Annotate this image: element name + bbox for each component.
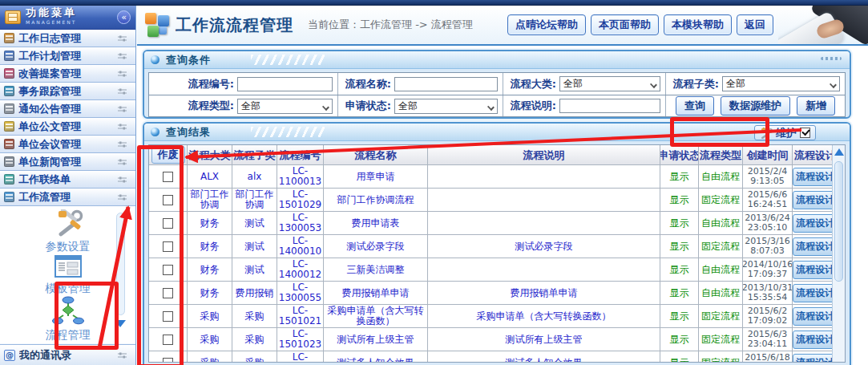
bullet-icon (151, 128, 159, 136)
process-name-link[interactable]: 采购申请单（含大写转换函数） (324, 305, 428, 327)
process-flow-icon (50, 296, 86, 325)
sidebar-menu-item[interactable]: 工作流管理 (0, 189, 135, 206)
process-design-button[interactable]: 流程设计 (793, 331, 838, 349)
datasource-maintain-button[interactable]: 数据源维护 (721, 96, 790, 116)
row-checkbox[interactable] (163, 241, 173, 252)
query-select[interactable]: 全部 (559, 76, 660, 91)
type-cell: 固定流程 (699, 305, 743, 327)
sidebar-menu-item[interactable]: 通知公告管理 (0, 100, 135, 118)
design-cell: 流程设计 (793, 212, 838, 234)
created-time-cell: 2015/6/1816:10:54 (743, 351, 793, 363)
design-cell: 流程设计 (793, 328, 838, 351)
sidebar-tool-process-management[interactable]: 流程管理 (12, 296, 124, 343)
header-button-0[interactable]: 点晴论坛帮助 (507, 14, 586, 35)
row-checkbox[interactable] (163, 172, 173, 182)
created-time-cell: 2013/10/3115:35:54 (743, 282, 793, 304)
address-book-icon: @ (4, 350, 15, 361)
category-cell: 财务 (188, 258, 232, 281)
page-header: 工作流流程管理 当前位置：工作流管理 -> 流程管理 点晴论坛帮助本页面帮助本模… (137, 6, 868, 46)
scrollbar-thumb[interactable] (834, 161, 843, 282)
category-cell: 财务 (188, 282, 232, 304)
table-row: 采购 采购 LC-1501021 采购申请单（含大写转换函数） 采购申请单（含大… (149, 305, 845, 328)
chevron-up-icon[interactable] (834, 148, 844, 156)
query-select[interactable]: 全部 (394, 99, 498, 114)
query-select[interactable]: 全部 (722, 76, 840, 91)
sidebar-item-address-book[interactable]: @ 我的通讯录 (0, 344, 135, 365)
created-time-cell: 2015/6/217:09:02 (743, 305, 793, 327)
design-cell: 流程设计 (793, 258, 838, 281)
meeting-icon (4, 139, 14, 149)
column-header-5: 流程说明 (428, 145, 660, 164)
process-design-button[interactable]: 流程设计 (793, 168, 838, 186)
description-cell (428, 189, 660, 211)
process-design-button[interactable]: 流程设计 (793, 191, 838, 209)
row-checkbox[interactable] (163, 288, 173, 298)
sidebar-tool-templates[interactable]: 模板管理 (12, 254, 124, 296)
process-name-link[interactable]: 部门工作协调流程 (324, 189, 428, 211)
process-name-link[interactable]: 费用申请表 (324, 212, 428, 234)
status-cell: 显示 (660, 165, 699, 188)
row-checkbox[interactable] (163, 195, 173, 205)
invalid-column-header-button[interactable]: 作废 (151, 146, 185, 164)
header-button-3[interactable]: 返回 (737, 14, 773, 35)
design-cell: 流程设计 (793, 305, 838, 327)
maintain-button[interactable]: 维护 (754, 125, 816, 140)
subcategory-cell: 测试 (232, 235, 277, 258)
query-input[interactable] (237, 77, 333, 91)
invalid-checkbox-cell (149, 258, 188, 281)
sidebar-menu-item[interactable]: 事务跟踪管理 (0, 83, 135, 100)
process-name-link[interactable]: 测试必录字段 (324, 235, 428, 258)
process-name-link[interactable]: 费用报销单申请 (324, 282, 428, 304)
search-button[interactable]: 查询 (676, 96, 714, 116)
type-cell: 自由流程 (699, 258, 743, 281)
table-scrollbar[interactable] (832, 145, 845, 362)
row-checkbox[interactable] (163, 218, 173, 229)
process-design-button[interactable]: 流程设计 (793, 214, 838, 233)
field-label: 申请状态: (338, 99, 394, 113)
process-name-link[interactable]: 测试多人知会效果 (324, 351, 428, 363)
invalid-checkbox-cell (149, 351, 188, 363)
sidebar-menu-item[interactable]: 工作联络单 (0, 171, 135, 189)
sidebar-menu-item[interactable]: 工作日志管理 (0, 30, 135, 47)
slider-icon (117, 140, 127, 148)
sidebar-menu-item[interactable]: 单位会议管理 (0, 136, 135, 153)
sidebar-menu-item[interactable]: 单位公文管理 (0, 118, 135, 136)
process-design-button[interactable]: 流程设计 (793, 261, 838, 279)
query-input[interactable] (559, 99, 660, 113)
row-checkbox[interactable] (163, 265, 173, 275)
sidebar-menu-item[interactable]: 工作计划管理 (0, 47, 135, 65)
settings-tools-icon (52, 209, 84, 237)
sidebar-menu-item[interactable]: 改善提案管理 (0, 65, 135, 83)
subcategory-cell: 采购 (232, 351, 277, 363)
created-time-cell: 2015/6/616:24:51 (743, 189, 793, 211)
process-design-button[interactable]: 流程设计 (793, 307, 838, 326)
header-button-1[interactable]: 本页面帮助 (591, 14, 659, 35)
collapse-sidebar-button[interactable]: « (117, 10, 131, 24)
process-design-button[interactable]: 流程设计 (793, 284, 838, 302)
process-design-button[interactable]: 流程设计 (793, 237, 838, 256)
maintain-checkbox[interactable] (800, 128, 810, 138)
process-name-link[interactable]: 用章申请 (324, 165, 428, 188)
invalid-checkbox-cell (149, 189, 188, 211)
row-checkbox[interactable] (163, 358, 173, 363)
header-button-2[interactable]: 本模块帮助 (664, 14, 732, 35)
row-checkbox[interactable] (163, 311, 173, 322)
sidebar-tool-settings[interactable]: 参数设置 (12, 209, 124, 254)
query-row-2: 流程类型:全部申请状态:全部流程说明:查询数据源维护新增 (149, 95, 845, 116)
query-select[interactable]: 全部 (237, 99, 333, 114)
chevron-down-icon[interactable] (115, 320, 126, 327)
row-checkbox[interactable] (163, 335, 173, 345)
query-results-panel: 查询结果 维护 作废流程大类流程子类流程编号流程名称流程说明申请状态流程类型创建… (143, 122, 851, 365)
description-cell: 测试必录字段 (428, 235, 660, 258)
sidebar-scrollbar-track[interactable] (116, 213, 125, 315)
process-name-link[interactable]: 三新美洁调整 (324, 258, 428, 281)
sidebar-menu-item[interactable]: 单位新闻管理 (0, 153, 135, 171)
invalid-checkbox-cell (149, 305, 188, 327)
add-new-button[interactable]: 新增 (797, 96, 835, 116)
subcategory-cell: 测试 (232, 212, 277, 234)
query-input[interactable] (394, 77, 498, 91)
process-name-link[interactable]: 测试所有上级主管 (324, 328, 428, 351)
table-row: 部门工作协调 部门工作协调 LC-1501029 部门工作协调流程 显示 固定流… (149, 189, 845, 212)
process-design-button[interactable]: 流程设计 (793, 354, 838, 363)
slider-icon (117, 34, 127, 43)
